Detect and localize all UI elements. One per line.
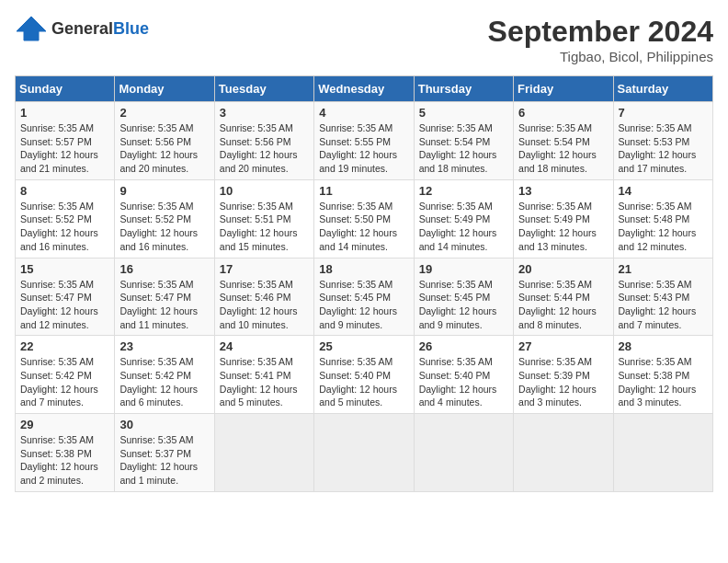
day-info: Sunrise: 5:35 AM Sunset: 5:57 PM Dayligh… bbox=[20, 121, 109, 176]
daylight-text: Daylight: 12 hours and 4 minutes. bbox=[419, 384, 497, 408]
day-number: 3 bbox=[220, 106, 309, 120]
day-info: Sunrise: 5:35 AM Sunset: 5:44 PM Dayligh… bbox=[518, 278, 608, 332]
calendar-cell: 12 Sunrise: 5:35 AM Sunset: 5:49 PM Dayl… bbox=[414, 179, 513, 258]
header-tuesday: Tuesday bbox=[214, 76, 313, 102]
sunrise-text: Sunrise: 5:35 AM bbox=[20, 122, 94, 133]
sunrise-text: Sunrise: 5:35 AM bbox=[220, 122, 293, 133]
sunrise-text: Sunrise: 5:35 AM bbox=[220, 279, 293, 290]
calendar-table: SundayMondayTuesdayWednesdayThursdayFrid… bbox=[15, 75, 713, 492]
calendar-cell: 23 Sunrise: 5:35 AM Sunset: 5:42 PM Dayl… bbox=[115, 336, 214, 414]
day-info: Sunrise: 5:35 AM Sunset: 5:53 PM Dayligh… bbox=[619, 121, 708, 176]
daylight-text: Daylight: 12 hours and 15 minutes. bbox=[220, 227, 298, 252]
sunset-text: Sunset: 5:44 PM bbox=[518, 292, 590, 303]
sunrise-text: Sunrise: 5:35 AM bbox=[220, 356, 293, 367]
sunset-text: Sunset: 5:57 PM bbox=[20, 136, 92, 147]
logo: General Blue bbox=[15, 15, 149, 42]
sunrise-text: Sunrise: 5:35 AM bbox=[518, 356, 592, 367]
sunrise-text: Sunrise: 5:35 AM bbox=[619, 279, 692, 290]
calendar-cell: 4 Sunrise: 5:35 AM Sunset: 5:55 PM Dayli… bbox=[314, 102, 414, 180]
day-info: Sunrise: 5:35 AM Sunset: 5:54 PM Dayligh… bbox=[419, 121, 508, 176]
title-area: September 2024 Tigbao, Bicol, Philippine… bbox=[488, 15, 713, 64]
sunset-text: Sunset: 5:38 PM bbox=[619, 370, 690, 381]
daylight-text: Daylight: 12 hours and 2 minutes. bbox=[20, 461, 98, 486]
header-wednesday: Wednesday bbox=[314, 76, 414, 102]
day-number: 5 bbox=[419, 106, 508, 120]
day-number: 27 bbox=[518, 339, 608, 353]
calendar-cell: 1 Sunrise: 5:35 AM Sunset: 5:57 PM Dayli… bbox=[16, 102, 115, 180]
sunset-text: Sunset: 5:55 PM bbox=[319, 136, 391, 147]
sunset-text: Sunset: 5:43 PM bbox=[619, 292, 690, 303]
sunrise-text: Sunrise: 5:35 AM bbox=[319, 201, 392, 212]
day-info: Sunrise: 5:35 AM Sunset: 5:52 PM Dayligh… bbox=[119, 200, 209, 254]
sunrise-text: Sunrise: 5:35 AM bbox=[419, 201, 493, 212]
daylight-text: Daylight: 12 hours and 10 minutes. bbox=[220, 305, 298, 330]
sunrise-text: Sunrise: 5:35 AM bbox=[518, 201, 592, 212]
daylight-text: Daylight: 12 hours and 14 minutes. bbox=[419, 227, 497, 252]
sunrise-text: Sunrise: 5:35 AM bbox=[20, 434, 94, 445]
calendar-cell: 22 Sunrise: 5:35 AM Sunset: 5:42 PM Dayl… bbox=[16, 336, 115, 414]
day-number: 19 bbox=[419, 262, 508, 276]
sunset-text: Sunset: 5:50 PM bbox=[319, 213, 391, 224]
day-number: 2 bbox=[119, 106, 209, 120]
day-info: Sunrise: 5:35 AM Sunset: 5:56 PM Dayligh… bbox=[220, 121, 309, 176]
sunrise-text: Sunrise: 5:35 AM bbox=[518, 122, 592, 133]
calendar-cell bbox=[214, 414, 313, 492]
sunset-text: Sunset: 5:54 PM bbox=[419, 136, 491, 147]
calendar-cell: 18 Sunrise: 5:35 AM Sunset: 5:45 PM Dayl… bbox=[314, 258, 414, 336]
calendar-cell bbox=[514, 414, 613, 492]
sunset-text: Sunset: 5:41 PM bbox=[220, 370, 291, 381]
header-monday: Monday bbox=[115, 76, 214, 102]
calendar-subtitle: Tigbao, Bicol, Philippines bbox=[488, 49, 713, 64]
sunset-text: Sunset: 5:45 PM bbox=[319, 292, 391, 303]
day-info: Sunrise: 5:35 AM Sunset: 5:46 PM Dayligh… bbox=[220, 278, 309, 332]
sunset-text: Sunset: 5:38 PM bbox=[20, 448, 92, 459]
sunrise-text: Sunrise: 5:35 AM bbox=[119, 279, 193, 290]
day-info: Sunrise: 5:35 AM Sunset: 5:45 PM Dayligh… bbox=[319, 278, 408, 332]
sunrise-text: Sunrise: 5:35 AM bbox=[419, 356, 493, 367]
calendar-cell: 9 Sunrise: 5:35 AM Sunset: 5:52 PM Dayli… bbox=[115, 179, 214, 258]
sunrise-text: Sunrise: 5:35 AM bbox=[419, 122, 493, 133]
sunrise-text: Sunrise: 5:35 AM bbox=[319, 122, 392, 133]
calendar-header-row: SundayMondayTuesdayWednesdayThursdayFrid… bbox=[16, 76, 713, 102]
day-number: 23 bbox=[119, 339, 209, 353]
calendar-cell: 2 Sunrise: 5:35 AM Sunset: 5:56 PM Dayli… bbox=[115, 102, 214, 180]
sunrise-text: Sunrise: 5:35 AM bbox=[119, 434, 193, 445]
day-number: 26 bbox=[419, 339, 508, 353]
calendar-cell: 27 Sunrise: 5:35 AM Sunset: 5:39 PM Dayl… bbox=[514, 336, 613, 414]
calendar-week-2: 8 Sunrise: 5:35 AM Sunset: 5:52 PM Dayli… bbox=[16, 179, 713, 258]
calendar-cell: 28 Sunrise: 5:35 AM Sunset: 5:38 PM Dayl… bbox=[613, 336, 712, 414]
sunset-text: Sunset: 5:48 PM bbox=[619, 213, 690, 224]
day-info: Sunrise: 5:35 AM Sunset: 5:42 PM Dayligh… bbox=[119, 355, 209, 409]
calendar-title: September 2024 bbox=[488, 15, 713, 49]
svg-marker-0 bbox=[17, 17, 46, 40]
day-number: 4 bbox=[319, 106, 408, 120]
day-info: Sunrise: 5:35 AM Sunset: 5:56 PM Dayligh… bbox=[119, 121, 209, 176]
calendar-cell bbox=[613, 414, 712, 492]
day-info: Sunrise: 5:35 AM Sunset: 5:41 PM Dayligh… bbox=[220, 355, 309, 409]
day-number: 17 bbox=[220, 262, 309, 276]
daylight-text: Daylight: 12 hours and 6 minutes. bbox=[119, 384, 198, 408]
daylight-text: Daylight: 12 hours and 18 minutes. bbox=[419, 149, 497, 174]
day-number: 1 bbox=[20, 106, 109, 120]
daylight-text: Daylight: 12 hours and 3 minutes. bbox=[619, 384, 697, 408]
calendar-cell: 30 Sunrise: 5:35 AM Sunset: 5:37 PM Dayl… bbox=[115, 414, 214, 492]
day-info: Sunrise: 5:35 AM Sunset: 5:38 PM Dayligh… bbox=[619, 355, 708, 409]
calendar-cell bbox=[314, 414, 414, 492]
sunset-text: Sunset: 5:47 PM bbox=[119, 292, 191, 303]
sunset-text: Sunset: 5:49 PM bbox=[419, 213, 491, 224]
sunset-text: Sunset: 5:47 PM bbox=[20, 292, 92, 303]
calendar-cell: 15 Sunrise: 5:35 AM Sunset: 5:47 PM Dayl… bbox=[16, 258, 115, 336]
day-number: 6 bbox=[518, 106, 608, 120]
day-number: 20 bbox=[518, 262, 608, 276]
sunset-text: Sunset: 5:45 PM bbox=[419, 292, 491, 303]
day-info: Sunrise: 5:35 AM Sunset: 5:45 PM Dayligh… bbox=[419, 278, 508, 332]
calendar-cell: 11 Sunrise: 5:35 AM Sunset: 5:50 PM Dayl… bbox=[314, 179, 414, 258]
daylight-text: Daylight: 12 hours and 20 minutes. bbox=[119, 149, 198, 174]
calendar-cell: 14 Sunrise: 5:35 AM Sunset: 5:48 PM Dayl… bbox=[613, 179, 712, 258]
day-number: 24 bbox=[220, 339, 309, 353]
sunset-text: Sunset: 5:40 PM bbox=[319, 370, 391, 381]
daylight-text: Daylight: 12 hours and 11 minutes. bbox=[119, 305, 198, 330]
daylight-text: Daylight: 12 hours and 9 minutes. bbox=[419, 305, 497, 330]
sunset-text: Sunset: 5:42 PM bbox=[119, 370, 191, 381]
day-info: Sunrise: 5:35 AM Sunset: 5:42 PM Dayligh… bbox=[20, 355, 109, 409]
